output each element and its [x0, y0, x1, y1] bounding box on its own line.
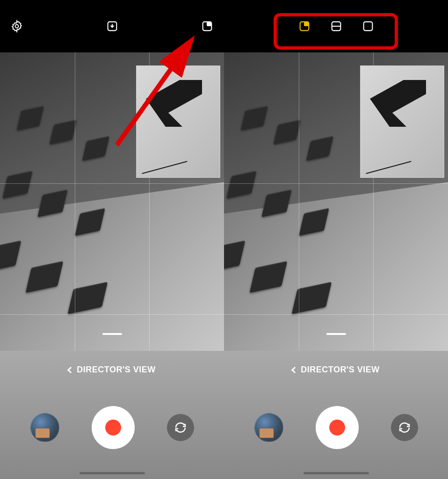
gallery-button[interactable]: [30, 413, 59, 442]
camera-viewfinder[interactable]: [0, 52, 224, 351]
layout-menu-button[interactable]: [199, 18, 216, 35]
mode-label: DIRECTOR'S VIEW: [77, 365, 155, 375]
record-icon: [329, 420, 345, 435]
camera-controls: DIRECTOR'S VIEW: [0, 351, 224, 479]
drawer-handle[interactable]: [326, 333, 346, 335]
settings-button[interactable]: [8, 18, 25, 35]
chevron-left-icon: [67, 366, 74, 373]
pip-preview[interactable]: [136, 65, 220, 178]
switch-camera-icon: [173, 421, 188, 435]
switch-camera-button[interactable]: [391, 414, 418, 441]
gallery-button[interactable]: [254, 413, 283, 442]
record-button[interactable]: [316, 406, 359, 449]
chevron-left-icon: [291, 366, 298, 373]
camera-controls: DIRECTOR'S VIEW: [224, 351, 448, 479]
download-icon: [106, 20, 119, 33]
pip-layout-icon: [201, 20, 214, 33]
top-toolbar: [224, 0, 448, 52]
camera-viewfinder[interactable]: [224, 52, 448, 351]
home-indicator[interactable]: [79, 472, 145, 474]
annotation-highlight-box: [274, 13, 398, 50]
record-icon: [105, 420, 121, 435]
pip-preview[interactable]: [360, 65, 444, 178]
drawer-handle[interactable]: [102, 333, 122, 335]
phone-screenshot-left: DIRECTOR'S VIEW: [0, 0, 224, 479]
top-toolbar: [0, 0, 224, 52]
mode-selector[interactable]: DIRECTOR'S VIEW: [224, 365, 448, 375]
switch-camera-button[interactable]: [167, 414, 194, 441]
mode-selector[interactable]: DIRECTOR'S VIEW: [0, 365, 224, 375]
gear-icon: [10, 20, 23, 33]
svg-rect-3: [207, 22, 211, 26]
mode-label: DIRECTOR'S VIEW: [301, 365, 379, 375]
record-button[interactable]: [92, 406, 135, 449]
svg-point-0: [15, 25, 19, 28]
save-button[interactable]: [104, 18, 121, 35]
phone-screenshot-right: DIRECTOR'S VIEW: [224, 0, 448, 479]
switch-camera-icon: [397, 421, 412, 435]
home-indicator[interactable]: [303, 472, 369, 474]
